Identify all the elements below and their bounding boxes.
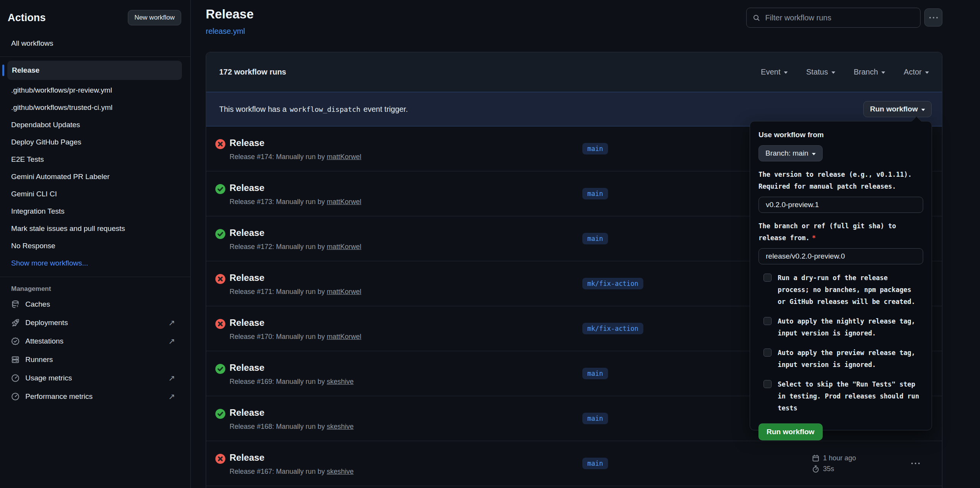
1-management-icon: [11, 319, 20, 327]
checkbox-row-2: Auto apply the preview release tag, inpu…: [759, 347, 923, 371]
sidebar-workflow-item-6[interactable]: Gemini CLI CI: [0, 185, 190, 203]
run-meta: 1 hour ago 35s: [812, 454, 856, 473]
external-link-arrow-icon: ↗: [168, 392, 175, 401]
checkbox-2[interactable]: [764, 349, 772, 357]
run-actor-link[interactable]: mattKorwel: [327, 288, 361, 295]
check-circle-fill-icon: [215, 364, 225, 375]
external-link-arrow-icon: ↗: [168, 318, 175, 327]
checkbox-0[interactable]: [764, 274, 772, 282]
run-actor-link[interactable]: skeshive: [327, 468, 354, 475]
run-actor-link[interactable]: mattKorwel: [327, 153, 361, 161]
banner-text: This workflow has aworkflow_dispatcheven…: [219, 105, 408, 114]
run-options-kebab-button[interactable]: [908, 460, 923, 467]
management-item-3[interactable]: Runners ↗: [0, 350, 190, 369]
run-subtitle: Release #174: Manually run by mattKorwel: [230, 153, 361, 161]
branch-badge[interactable]: mk/fix-action: [582, 278, 643, 289]
run-workflow-submit-button[interactable]: Run workflow: [759, 423, 823, 440]
sidebar-divider: [0, 277, 190, 277]
sidebar-workflow-item-3[interactable]: Deploy GitHub Pages: [0, 133, 190, 151]
run-title-link[interactable]: Release: [230, 317, 264, 328]
checkbox-3[interactable]: [764, 380, 772, 388]
workflow-file-link[interactable]: release.yml: [206, 27, 245, 36]
0-management-icon: [11, 300, 20, 309]
sidebar-item-release-selected[interactable]: Release: [7, 61, 182, 80]
run-actor-link[interactable]: mattKorwel: [327, 333, 361, 340]
branch-badge[interactable]: main: [582, 143, 608, 154]
x-circle-fill-icon: [215, 274, 225, 285]
run-duration: 35s: [823, 465, 834, 473]
3-management-icon: [11, 355, 20, 364]
sidebar-workflow-item-8[interactable]: Mark stale issues and pull requests: [0, 220, 190, 237]
run-actor-link[interactable]: skeshive: [327, 423, 354, 430]
filter-dropdown-1[interactable]: Status: [806, 68, 835, 76]
workflow-dispatch-code: workflow_dispatch: [290, 105, 360, 113]
ref-input[interactable]: [759, 248, 923, 264]
sidebar-workflow-item-2[interactable]: Dependabot Updates: [0, 116, 190, 133]
run-workflow-dropdown-button[interactable]: Run workflow: [863, 101, 932, 117]
management-item-1[interactable]: Deployments ↗: [0, 314, 190, 332]
4-management-icon: [11, 374, 20, 382]
version-input[interactable]: [759, 197, 923, 213]
management-section-label: Management: [11, 285, 190, 293]
sidebar-workflow-item-5[interactable]: Gemini Automated PR Labeler: [0, 168, 190, 185]
run-title-link[interactable]: Release: [230, 407, 264, 418]
sidebar-workflow-item-1[interactable]: .github/workflows/trusted-ci.yml: [0, 99, 190, 116]
sidebar-workflow-item-7[interactable]: Integration Tests: [0, 203, 190, 220]
run-actor-link[interactable]: skeshive: [327, 378, 354, 385]
management-item-label: Performance metrics: [25, 392, 93, 401]
management-item-2[interactable]: Attestations ↗: [0, 332, 190, 350]
management-item-5[interactable]: Performance metrics ↗: [0, 387, 190, 406]
workflow-list: .github/workflows/pr-review.yml .github/…: [0, 81, 190, 254]
sidebar-workflow-item-9[interactable]: No Response: [0, 237, 190, 254]
run-title-link[interactable]: Release: [230, 272, 264, 283]
run-title-link[interactable]: Release: [230, 362, 264, 373]
x-circle-fill-icon: [215, 139, 225, 151]
filter-dropdown-2[interactable]: Branch: [854, 68, 885, 76]
filter-dropdown-0[interactable]: Event: [761, 68, 788, 76]
checkbox-row-3: Select to skip the "Run Tests" step in t…: [759, 378, 923, 414]
x-circle-fill-icon: [215, 454, 225, 465]
run-title-link[interactable]: Release: [230, 452, 264, 463]
run-actor-link[interactable]: mattKorwel: [327, 198, 361, 206]
branch-badge[interactable]: main: [582, 233, 608, 244]
chevron-down-icon: [921, 109, 925, 111]
sidebar-workflow-item-4[interactable]: E2E Tests: [0, 151, 190, 168]
search-icon: [753, 14, 760, 22]
branch-selector-button[interactable]: Branch: main: [759, 145, 823, 161]
management-item-0[interactable]: Caches ↗: [0, 295, 190, 314]
version-input-label: The version to release (e.g., v0.1.11). …: [759, 169, 923, 193]
sidebar-divider: [0, 56, 190, 57]
sidebar-item-all-workflows[interactable]: All workflows: [0, 35, 190, 51]
run-title-link[interactable]: Release: [230, 183, 264, 193]
chevron-down-icon: [812, 153, 816, 155]
workflow-options-kebab-button[interactable]: [924, 8, 942, 27]
management-item-label: Usage metrics: [25, 374, 72, 382]
chevron-down-icon: [925, 71, 929, 74]
checkbox-1[interactable]: [764, 317, 772, 325]
branch-badge[interactable]: main: [582, 368, 608, 379]
stopwatch-icon: [812, 465, 820, 473]
branch-badge[interactable]: mk/fix-action: [582, 323, 643, 334]
checkbox-label-1: Auto apply the nightly release tag, inpu…: [778, 315, 920, 339]
run-actor-link[interactable]: mattKorwel: [327, 243, 361, 251]
show-more-workflows-link[interactable]: Show more workflows...: [0, 254, 190, 272]
branch-badge[interactable]: main: [582, 458, 608, 469]
sidebar-title: Actions: [8, 12, 46, 24]
new-workflow-button[interactable]: New workflow: [128, 10, 181, 25]
page-title: Release: [206, 7, 254, 22]
sidebar-workflow-item-0[interactable]: .github/workflows/pr-review.yml: [0, 81, 190, 99]
run-title-link[interactable]: Release: [230, 138, 264, 148]
branch-badge[interactable]: main: [582, 188, 608, 199]
management-item-4[interactable]: Usage metrics ↗: [0, 369, 190, 387]
filter-workflow-runs-box[interactable]: [746, 8, 921, 28]
management-list: Caches ↗ Deployments ↗ Attestations ↗ Ru…: [0, 295, 190, 406]
filter-workflow-runs-input[interactable]: [765, 13, 914, 22]
kebab-icon: [911, 463, 913, 464]
run-subtitle: Release #173: Manually run by mattKorwel: [230, 198, 361, 206]
filter-dropdown-3[interactable]: Actor: [904, 68, 929, 76]
branch-badge[interactable]: main: [582, 413, 608, 424]
run-title-link[interactable]: Release: [230, 227, 264, 238]
checkbox-label-3: Select to skip the "Run Tests" step in t…: [778, 378, 920, 414]
check-circle-fill-icon: [215, 184, 225, 196]
required-asterisk: *: [812, 234, 816, 242]
